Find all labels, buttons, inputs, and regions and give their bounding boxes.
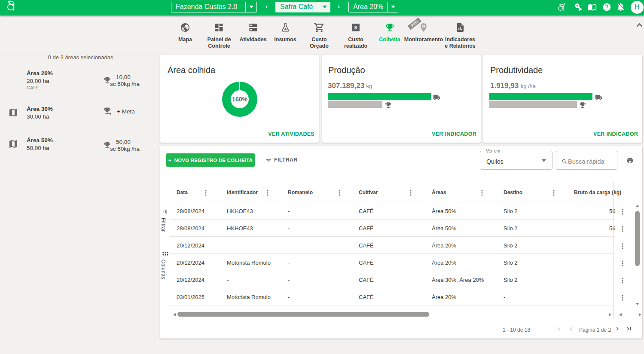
svg-text:$: $ [354, 25, 357, 30]
